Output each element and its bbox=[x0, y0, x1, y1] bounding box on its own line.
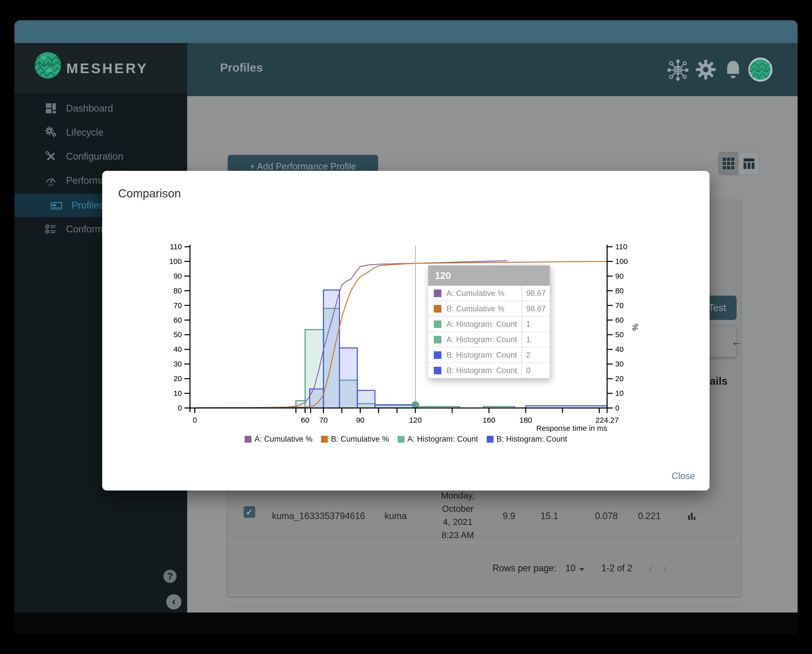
svg-text:30: 30 bbox=[174, 360, 182, 368]
svg-text:60: 60 bbox=[174, 316, 182, 324]
svg-text:0: 0 bbox=[177, 404, 182, 412]
row-p99: 0.221 bbox=[621, 511, 661, 521]
details-heading-fragment: ails bbox=[710, 375, 728, 387]
sidebar-item-lifecycle[interactable]: Lifecycle bbox=[14, 122, 187, 142]
meshery-logo[interactable] bbox=[34, 51, 62, 81]
svg-text:80: 80 bbox=[174, 287, 182, 295]
close-button[interactable]: Close bbox=[672, 471, 695, 481]
legend-swatch bbox=[487, 436, 493, 443]
svg-text:70: 70 bbox=[319, 416, 328, 424]
performance-icon: SMP bbox=[45, 174, 57, 186]
row-results-chart-icon[interactable] bbox=[686, 511, 697, 523]
rows-per-page-select[interactable]: 10 bbox=[565, 563, 585, 573]
legend-item: A: Cumulative % bbox=[244, 435, 312, 444]
brand-wordmark: MESHERY bbox=[66, 60, 148, 76]
service-mesh-hub-icon[interactable] bbox=[667, 59, 689, 83]
chart-tooltip: 120 A: Cumulative %98.67B: Cumulative %9… bbox=[428, 265, 550, 379]
card-divider bbox=[229, 595, 739, 596]
svg-text:90: 90 bbox=[615, 272, 624, 280]
svg-text:70: 70 bbox=[174, 301, 182, 310]
tooltip-row: B: Cumulative %98.67 bbox=[428, 301, 549, 316]
legend-swatch bbox=[321, 436, 328, 443]
histogram-bar bbox=[324, 290, 339, 408]
notifications-bell-icon[interactable] bbox=[722, 59, 744, 83]
header-gear-icon[interactable] bbox=[695, 59, 717, 81]
legend-swatch bbox=[398, 436, 404, 443]
row-checkbox[interactable]: ✓ bbox=[244, 506, 255, 518]
svg-text:50: 50 bbox=[615, 330, 624, 339]
page-title: Profiles bbox=[220, 61, 263, 75]
card-bottom-edge bbox=[227, 606, 741, 607]
svg-text:SMP: SMP bbox=[48, 183, 54, 186]
tooltip-title: 120 bbox=[428, 266, 549, 286]
browser-toolbar: localhost:9081/performance/profiles bbox=[14, 20, 798, 43]
row-qps: 9.9 bbox=[477, 511, 515, 521]
sidebar-item-label: Dashboard bbox=[66, 103, 113, 114]
row-divider bbox=[229, 542, 739, 542]
x-axis-label: Response time in ms bbox=[536, 424, 607, 432]
svg-text:90: 90 bbox=[356, 416, 364, 424]
tooltip-row: B: Histogram: Count0 bbox=[428, 363, 549, 378]
tooltip-swatch bbox=[434, 321, 441, 328]
svg-text:180: 180 bbox=[519, 416, 532, 424]
tooltip-row: A: Histogram: Count1 bbox=[428, 332, 549, 347]
view-toggle bbox=[718, 152, 759, 175]
configuration-icon bbox=[45, 150, 57, 162]
previous-page-button[interactable]: ‹ bbox=[648, 561, 653, 576]
svg-text:50: 50 bbox=[174, 330, 182, 339]
svg-text:60: 60 bbox=[301, 416, 309, 424]
browser-window: localhost:9081/performance/profiles Prof… bbox=[14, 20, 798, 634]
pagination-range: 1-2 of 2 bbox=[601, 563, 632, 573]
svg-text:60: 60 bbox=[615, 316, 624, 324]
sidebar-item-label: Lifecycle bbox=[66, 127, 104, 138]
caret-down-icon bbox=[579, 568, 585, 571]
conformance-icon bbox=[45, 223, 57, 235]
right-y-axis-label: % bbox=[630, 324, 640, 331]
grid-view-button[interactable] bbox=[718, 152, 739, 175]
row-date: Monday, October 4, 2021 8:23 AM bbox=[430, 489, 485, 542]
tooltip-swatch bbox=[434, 351, 441, 359]
table-view-button[interactable] bbox=[739, 152, 759, 175]
svg-text:160: 160 bbox=[483, 416, 495, 424]
page-bottom-strip bbox=[14, 613, 798, 634]
sidebar-item-label: Configuration bbox=[66, 151, 123, 162]
svg-text:110: 110 bbox=[615, 243, 627, 251]
legend-swatch bbox=[244, 436, 252, 443]
profiles-icon bbox=[50, 199, 63, 212]
svg-text:0: 0 bbox=[193, 416, 197, 424]
svg-text:10: 10 bbox=[615, 389, 624, 397]
svg-text:80: 80 bbox=[615, 287, 624, 295]
tooltip-row: A: Cumulative %98.67 bbox=[428, 286, 549, 301]
row-duration: 15.1 bbox=[520, 511, 558, 521]
help-button[interactable]: ? bbox=[163, 570, 177, 583]
svg-text:100: 100 bbox=[615, 257, 628, 266]
row-mesh-name: kuma bbox=[385, 511, 407, 521]
svg-text:224.27: 224.27 bbox=[595, 416, 619, 424]
rows-per-page-label: Rows per page: bbox=[493, 563, 556, 573]
user-avatar[interactable] bbox=[747, 56, 774, 84]
histogram-bar bbox=[357, 391, 375, 408]
dashboard-icon bbox=[45, 102, 57, 115]
sidebar-item-configuration[interactable]: Configuration bbox=[14, 146, 187, 167]
sidebar-item-label: Profiles bbox=[72, 200, 104, 211]
svg-text:110: 110 bbox=[170, 243, 182, 251]
tooltip-swatch bbox=[434, 305, 441, 313]
sidebar-collapse-button[interactable]: ‹ bbox=[166, 594, 182, 610]
svg-text:70: 70 bbox=[615, 301, 624, 310]
legend-item: B: Histogram: Count bbox=[487, 435, 567, 444]
tooltip-row: B: Histogram: Count2 bbox=[428, 347, 549, 363]
sidebar-item-dashboard[interactable]: Dashboard bbox=[14, 98, 187, 118]
row-profile-name: kuma_1633353794616 bbox=[272, 511, 365, 521]
svg-text:30: 30 bbox=[615, 360, 624, 368]
svg-text:40: 40 bbox=[174, 345, 182, 353]
histogram-bar bbox=[339, 348, 357, 408]
comparison-modal: Comparison 00101020203030404050506060707… bbox=[102, 171, 710, 490]
tooltip-swatch bbox=[434, 290, 441, 297]
svg-text:20: 20 bbox=[174, 374, 182, 383]
svg-text:40: 40 bbox=[615, 345, 624, 353]
back-arrow-icon[interactable]: ← bbox=[731, 335, 743, 348]
chart-legend: A: Cumulative %B: Cumulative %A: Histogr… bbox=[102, 435, 710, 444]
tooltip-swatch bbox=[434, 367, 441, 374]
next-page-button[interactable]: › bbox=[662, 561, 667, 576]
svg-text:20: 20 bbox=[615, 374, 624, 383]
